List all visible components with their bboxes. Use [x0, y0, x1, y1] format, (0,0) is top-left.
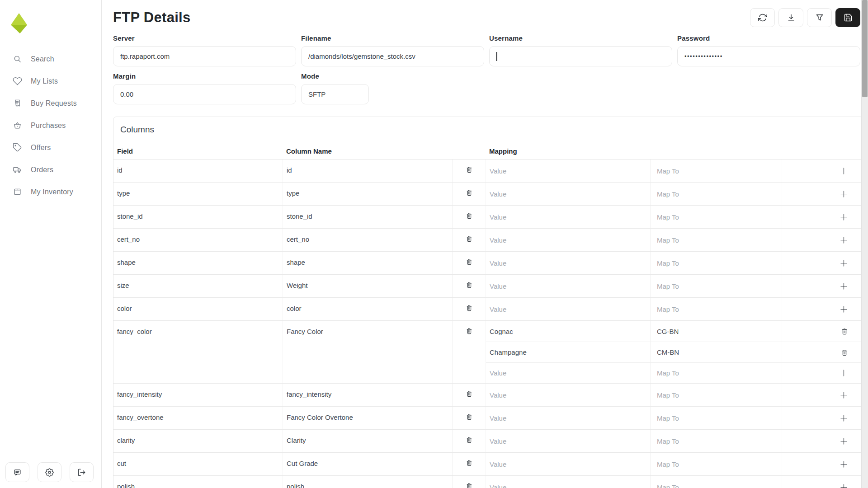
mapping-value-input[interactable]: Value [486, 430, 650, 452]
column-name-cell[interactable]: Cut Grade [283, 453, 452, 475]
add-mapping-button[interactable] [839, 413, 849, 423]
column-name-cell[interactable]: Fancy Color [283, 321, 452, 383]
filename-input[interactable]: /diamonds/lots/gemstone_stock.csv [301, 46, 484, 66]
mapping-map-to-input[interactable]: Map To [650, 384, 782, 406]
mapping-value-input[interactable]: Value [486, 183, 650, 205]
mapping-map-to-input[interactable]: Map To [650, 252, 782, 274]
sidebar-item-my-lists[interactable]: My Lists [0, 70, 101, 92]
save-button[interactable] [835, 8, 860, 27]
column-name-cell[interactable]: polish [283, 476, 452, 488]
column-name-cell[interactable]: Weight [283, 275, 452, 297]
add-mapping-button[interactable] [839, 258, 849, 268]
mapping-value-input[interactable]: Value [486, 252, 650, 274]
mapping-map-to-input[interactable]: Map To [650, 183, 782, 205]
vertical-scrollbar[interactable] [861, 0, 868, 488]
column-name-cell[interactable]: stone_id [283, 206, 452, 228]
column-name-cell[interactable]: id [283, 160, 452, 182]
add-mapping-button[interactable] [839, 436, 849, 446]
mapping-row-new: ValueMap To [486, 206, 863, 228]
mapping-map-to-input[interactable]: Map To [650, 363, 782, 383]
delete-column-button[interactable] [465, 165, 473, 174]
delete-column-button[interactable] [465, 413, 473, 421]
delete-column-button[interactable] [465, 235, 473, 243]
mapping-row-new: ValueMap To [486, 229, 863, 251]
brand-logo[interactable] [10, 13, 28, 34]
mapping-map-to-input[interactable]: Map To [650, 430, 782, 452]
add-mapping-button[interactable] [839, 460, 849, 469]
sidebar-item-search[interactable]: Search [0, 48, 101, 70]
delete-column-button[interactable] [465, 188, 473, 197]
mapping-value-input[interactable]: Value [486, 384, 650, 406]
column-name-cell[interactable]: type [283, 183, 452, 205]
mapping-value-input[interactable]: Value [486, 206, 650, 228]
add-mapping-button[interactable] [839, 235, 849, 245]
mapping-value-input[interactable]: Value [486, 453, 650, 475]
password-input[interactable]: •••••••••••••• [677, 46, 860, 66]
filter-button[interactable] [807, 8, 832, 27]
ftp-form-row-2: Margin 0.00 Mode SFTP [113, 72, 860, 104]
sidebar-item-orders[interactable]: Orders [0, 159, 101, 181]
add-mapping-button[interactable] [839, 189, 849, 199]
add-mapping-button[interactable] [839, 212, 849, 222]
mapping-value-input[interactable]: Value [486, 275, 650, 297]
refresh-button[interactable] [750, 8, 775, 27]
column-name-cell[interactable]: color [283, 298, 452, 320]
sidebar-item-my-inventory[interactable]: My Inventory [0, 181, 101, 203]
delete-column-button[interactable] [465, 459, 473, 467]
sidebar-item-purchases[interactable]: Purchases [0, 114, 101, 136]
column-name-cell[interactable]: Clarity [283, 430, 452, 452]
mapping-value-input[interactable]: Value [486, 363, 650, 383]
add-mapping-button[interactable] [839, 282, 849, 291]
scrollbar-thumb[interactable] [862, 0, 868, 97]
margin-input[interactable]: 0.00 [113, 84, 296, 104]
mapping-value-input[interactable]: Value [486, 229, 650, 251]
mapping-map-to[interactable]: CM-BN [650, 342, 782, 362]
server-input[interactable]: ftp.rapaport.com [113, 46, 296, 66]
delete-column-button[interactable] [465, 436, 473, 444]
column-name-cell[interactable]: shape [283, 252, 452, 274]
mapping-map-to-input[interactable]: Map To [650, 229, 782, 251]
username-input[interactable] [489, 46, 672, 66]
mapping-map-to-input[interactable]: Map To [650, 453, 782, 475]
mapping-value-input[interactable]: Value [486, 160, 650, 182]
sidebar-item-buy-requests[interactable]: Buy Requests [0, 92, 101, 114]
column-name-cell[interactable]: Fancy Color Overtone [283, 407, 452, 429]
logout-icon [77, 468, 86, 477]
delete-column-button[interactable] [465, 281, 473, 289]
add-mapping-button[interactable] [839, 483, 849, 488]
delete-column-button[interactable] [465, 304, 473, 312]
mapping-value[interactable]: Champagne [486, 342, 650, 362]
delete-mapping-button[interactable] [840, 348, 849, 357]
mapping-map-to-input[interactable]: Map To [650, 160, 782, 182]
mapping-map-to[interactable]: CG-BN [650, 321, 782, 342]
mode-select[interactable]: SFTP [301, 84, 369, 104]
mapping-value-input[interactable]: Value [486, 298, 650, 320]
delete-mapping-button[interactable] [840, 327, 849, 335]
mapping-value-input[interactable]: Value [486, 476, 650, 488]
add-mapping-button[interactable] [839, 166, 849, 176]
mapping-map-to-input[interactable]: Map To [650, 407, 782, 429]
delete-column-button[interactable] [465, 482, 473, 488]
add-mapping-button[interactable] [839, 368, 849, 378]
delete-column-button[interactable] [465, 389, 473, 398]
delete-column-button[interactable] [465, 211, 473, 220]
mapping-value[interactable]: Cognac [486, 321, 650, 342]
mapping-map-to-input[interactable]: Map To [650, 476, 782, 488]
mapping-map-to-input[interactable]: Map To [650, 275, 782, 297]
mapping-map-to-input[interactable]: Map To [650, 206, 782, 228]
page-title: FTP Details [113, 8, 191, 27]
logout-button[interactable] [70, 462, 94, 482]
add-mapping-button[interactable] [839, 305, 849, 314]
delete-column-button[interactable] [465, 327, 473, 335]
mapping-map-to-input[interactable]: Map To [650, 298, 782, 320]
download-button[interactable] [778, 8, 803, 27]
delete-column-button[interactable] [465, 258, 473, 266]
mapping-value-input[interactable]: Value [486, 407, 650, 429]
settings-button[interactable] [38, 462, 61, 482]
sidebar-item-offers[interactable]: Offers [0, 136, 101, 159]
chat-button[interactable] [5, 462, 29, 482]
add-mapping-button[interactable] [839, 390, 849, 400]
column-name-cell[interactable]: fancy_intensity [283, 384, 452, 406]
trash-icon [465, 281, 473, 289]
column-name-cell[interactable]: cert_no [283, 229, 452, 251]
